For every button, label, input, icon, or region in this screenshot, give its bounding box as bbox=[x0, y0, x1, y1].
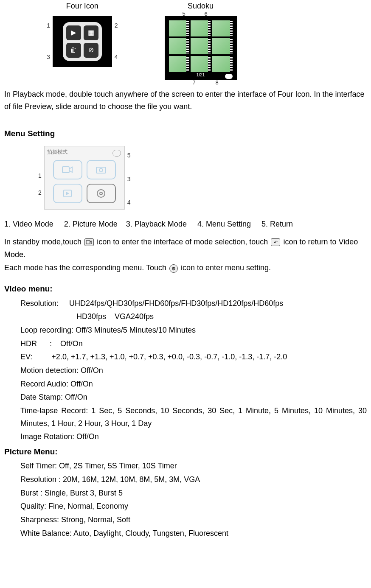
thumbnail bbox=[169, 20, 189, 36]
mode-select-icon bbox=[84, 238, 94, 246]
thumbnail bbox=[169, 56, 189, 72]
ms-right-markers: 5 3 4 bbox=[127, 148, 131, 207]
standby-part2: icon to enter the interface of mode sele… bbox=[97, 238, 270, 246]
ms-marker-1: 1 bbox=[38, 171, 42, 181]
svg-rect-6 bbox=[86, 241, 90, 244]
gear-icon: ⚙ bbox=[169, 264, 178, 273]
ms-marker-2: 2 bbox=[38, 188, 42, 198]
picture-wb: White Balance: Auto, Daylight, Cloudy, T… bbox=[20, 527, 367, 540]
marker-8: 8 bbox=[216, 78, 219, 87]
sudoku-label: Sudoku bbox=[188, 0, 214, 13]
ms-marker-4: 4 bbox=[127, 198, 131, 207]
video-mode-icon bbox=[53, 160, 82, 179]
marker-7: 7 bbox=[193, 78, 196, 87]
picture-mode-icon bbox=[87, 160, 116, 179]
thumbnail bbox=[191, 56, 211, 72]
video-menu-heading: Video menu: bbox=[4, 282, 367, 295]
sudoku-grid: 1/21 bbox=[165, 16, 237, 80]
picture-menu-heading: Picture Menu: bbox=[4, 445, 367, 458]
play-icon: ▶ bbox=[66, 25, 81, 40]
video-motion: Motion detection: Off/On bbox=[20, 364, 367, 377]
thumbnail bbox=[191, 20, 211, 36]
each-mode-part2: icon to enter menu setting. bbox=[181, 263, 271, 272]
marker-2: 2 bbox=[115, 21, 118, 31]
video-rotation: Image Rotation: Off/On bbox=[20, 431, 367, 443]
marker-1: 1 bbox=[47, 21, 50, 31]
figure-row: Four Icon 1 3 ▶ ▦ 🗑 ⊘ 2 4 Sudoku 5 bbox=[47, 0, 367, 80]
marker-4: 4 bbox=[115, 52, 118, 62]
return-icon: ↶ bbox=[271, 238, 280, 246]
ms-head-text: 拍摄模式 bbox=[47, 148, 67, 157]
four-icon-illustration: 1 3 ▶ ▦ 🗑 ⊘ 2 4 bbox=[47, 16, 118, 67]
video-resolution: Resolution: UHD24fps/QHD30fps/FHD60fps/F… bbox=[20, 297, 367, 310]
pager-text: 1/21 bbox=[197, 72, 205, 79]
menu-setting-heading: Menu Setting bbox=[4, 127, 367, 140]
each-mode-text: Each mode has the corresponding menu. To… bbox=[4, 262, 367, 274]
sudoku-figure: Sudoku 5 6 1/21 7 8 bbox=[160, 0, 241, 80]
menu-setting-icon bbox=[87, 184, 116, 203]
picture-burst: Burst : Single, Burst 3, Burst 5 bbox=[20, 487, 367, 500]
thumbnail bbox=[191, 38, 211, 54]
video-date: Date Stamp: Off/On bbox=[20, 391, 367, 404]
picture-sharpness: Sharpness: Strong, Normal, Soft bbox=[20, 514, 367, 526]
picture-self-timer: Self Timer: Off, 2S Timer, 5S Timer, 10S… bbox=[20, 460, 367, 473]
picture-resolution: Resolution : 20M, 16M, 12M, 10M, 8M, 5M,… bbox=[20, 473, 367, 486]
return-icon bbox=[112, 150, 121, 157]
trash-icon: 🗑 bbox=[66, 43, 81, 58]
thumbnail bbox=[212, 20, 232, 36]
marker-col-right: 2 4 bbox=[115, 16, 118, 67]
sudoku-illustration: 5 6 1/21 7 8 bbox=[160, 16, 241, 80]
menu-setting-illustration: 1 2 拍摄模式 5 3 4 bbox=[38, 146, 367, 210]
video-audio: Record Audio: Off/On bbox=[20, 378, 367, 391]
each-mode-part1: Each mode has the corresponding menu. To… bbox=[4, 263, 169, 272]
video-loop: Loop recording: Off/3 Minutes/5 Minutes/… bbox=[20, 324, 367, 337]
ms-marker-5: 5 bbox=[127, 151, 131, 160]
ms-left-markers: 1 2 bbox=[38, 154, 42, 201]
svg-point-5 bbox=[100, 192, 102, 195]
four-icon-box: ▶ ▦ 🗑 ⊘ bbox=[53, 16, 112, 67]
return-icon bbox=[225, 74, 233, 79]
four-icon-label: Four Icon bbox=[66, 0, 98, 13]
marker-3: 3 bbox=[47, 52, 50, 62]
svg-point-4 bbox=[97, 190, 105, 197]
resolution-line2: HD30fps VGA240fps bbox=[76, 311, 367, 323]
thumbnail bbox=[212, 38, 232, 54]
thumbnail bbox=[169, 38, 189, 54]
resolution-line1: UHD24fps/QHD30fps/FHD60fps/FHD30fps/HD12… bbox=[69, 299, 283, 308]
menu-setting-box: 拍摄模式 bbox=[44, 146, 125, 210]
ms-marker-3: 3 bbox=[127, 174, 131, 184]
standby-part1: In standby mode,touch bbox=[4, 238, 84, 246]
standby-text: In standby mode,touch icon to enter the … bbox=[4, 236, 367, 261]
thumbnail bbox=[212, 56, 232, 72]
picture-quality: Quality: Fine, Normal, Economy bbox=[20, 500, 367, 513]
lock-icon: ⊘ bbox=[84, 43, 98, 58]
marker-col-left: 1 3 bbox=[47, 16, 50, 67]
four-icon-figure: Four Icon 1 3 ▶ ▦ 🗑 ⊘ 2 4 bbox=[47, 0, 118, 80]
playback-paragraph: In Playback mode, double touch anywhere … bbox=[4, 88, 367, 113]
grid-icon: ▦ bbox=[84, 25, 98, 40]
mode-list: 1. Video Mode 2. Picture Mode 3. Playbac… bbox=[4, 218, 367, 231]
svg-rect-0 bbox=[62, 167, 69, 173]
playback-mode-icon bbox=[53, 184, 82, 203]
video-hdr: HDR : Off/On bbox=[20, 338, 367, 350]
video-timelapse: Time-lapse Record: 1 Sec, 5 Seconds, 10 … bbox=[4, 405, 367, 430]
video-ev: EV: +2.0, +1.7, +1.3, +1.0, +0.7, +0.3, … bbox=[20, 351, 367, 364]
svg-point-2 bbox=[99, 168, 103, 172]
resolution-label: Resolution: bbox=[20, 299, 59, 308]
